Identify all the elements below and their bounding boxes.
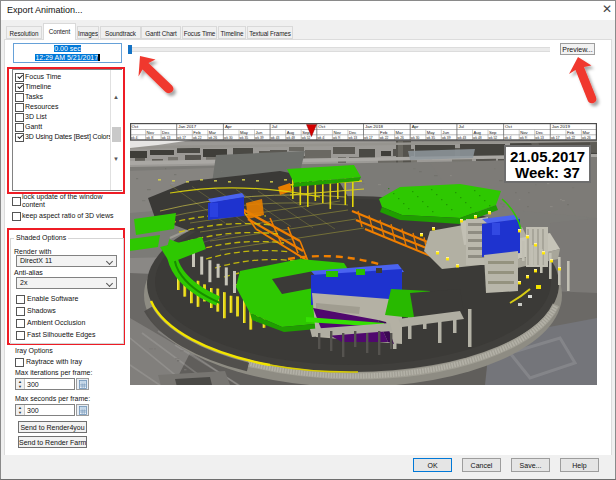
svg-text:Nov: Nov bbox=[147, 130, 155, 135]
svg-text:Jan 2018: Jan 2018 bbox=[365, 124, 384, 129]
svg-text:wk 35: wk 35 bbox=[240, 136, 249, 140]
svg-text:Jul: Jul bbox=[458, 124, 464, 129]
svg-text:Oct: Oct bbox=[318, 124, 326, 129]
svg-text:wk 26: wk 26 bbox=[395, 136, 404, 140]
svg-text:wk 17: wk 17 bbox=[364, 136, 373, 140]
svg-text:Jun: Jun bbox=[442, 130, 449, 135]
svg-text:Apr: Apr bbox=[225, 124, 232, 129]
svg-text:wk 30: wk 30 bbox=[411, 136, 420, 140]
svg-text:Feb: Feb bbox=[193, 130, 201, 135]
svg-text:Nov: Nov bbox=[520, 130, 528, 135]
svg-text:wk 22: wk 22 bbox=[380, 136, 389, 140]
svg-text:wk 35: wk 35 bbox=[426, 136, 435, 140]
svg-text:wk 17: wk 17 bbox=[551, 136, 560, 140]
svg-text:wk 4: wk 4 bbox=[317, 136, 324, 140]
svg-text:Dec: Dec bbox=[349, 130, 356, 135]
svg-text:wk 8: wk 8 bbox=[146, 136, 153, 140]
svg-text:Jul: Jul bbox=[272, 124, 278, 129]
svg-text:Aug: Aug bbox=[474, 130, 482, 135]
svg-text:wk 13: wk 13 bbox=[349, 136, 358, 140]
svg-text:Apr: Apr bbox=[412, 124, 419, 129]
svg-text:Jan 2017: Jan 2017 bbox=[178, 124, 197, 129]
svg-text:Feb: Feb bbox=[380, 130, 388, 135]
svg-text:wk 4: wk 4 bbox=[504, 136, 511, 140]
svg-text:Mar: Mar bbox=[209, 130, 217, 135]
svg-text:wk 4: wk 4 bbox=[131, 136, 138, 140]
svg-text:Nov: Nov bbox=[333, 130, 341, 135]
svg-text:wk 39: wk 39 bbox=[255, 136, 264, 140]
svg-text:wk 22: wk 22 bbox=[193, 136, 202, 140]
svg-text:Oct: Oct bbox=[132, 124, 140, 129]
svg-text:Jun: Jun bbox=[256, 130, 263, 135]
svg-text:Oct: Oct bbox=[505, 124, 513, 129]
svg-text:Aug: Aug bbox=[287, 130, 295, 135]
svg-text:wk 22: wk 22 bbox=[567, 136, 576, 140]
svg-text:wk 48: wk 48 bbox=[473, 136, 482, 140]
svg-text:Dec: Dec bbox=[536, 130, 543, 135]
svg-text:Dec: Dec bbox=[162, 130, 169, 135]
svg-text:wk 13: wk 13 bbox=[535, 136, 544, 140]
svg-text:wk 26: wk 26 bbox=[582, 136, 591, 140]
svg-text:Mar: Mar bbox=[396, 130, 404, 135]
svg-text:wk 13: wk 13 bbox=[162, 136, 171, 140]
svg-text:May: May bbox=[240, 130, 249, 135]
svg-text:wk 43: wk 43 bbox=[458, 136, 467, 140]
svg-text:wk 48: wk 48 bbox=[286, 136, 295, 140]
svg-text:wk 9: wk 9 bbox=[520, 136, 527, 140]
svg-text:Feb: Feb bbox=[567, 130, 575, 135]
svg-text:Mar: Mar bbox=[582, 130, 590, 135]
svg-text:wk 30: wk 30 bbox=[224, 136, 233, 140]
svg-text:wk 17: wk 17 bbox=[177, 136, 186, 140]
svg-text:wk 39: wk 39 bbox=[442, 136, 451, 140]
svg-text:wk 52: wk 52 bbox=[302, 136, 311, 140]
svg-text:Jan 2019: Jan 2019 bbox=[552, 124, 571, 129]
svg-text:wk 52: wk 52 bbox=[489, 136, 498, 140]
svg-text:wk 26: wk 26 bbox=[208, 136, 217, 140]
svg-text:Sep: Sep bbox=[489, 130, 497, 135]
svg-text:wk 9: wk 9 bbox=[333, 136, 340, 140]
svg-text:wk 43: wk 43 bbox=[271, 136, 280, 140]
svg-text:May: May bbox=[427, 130, 436, 135]
